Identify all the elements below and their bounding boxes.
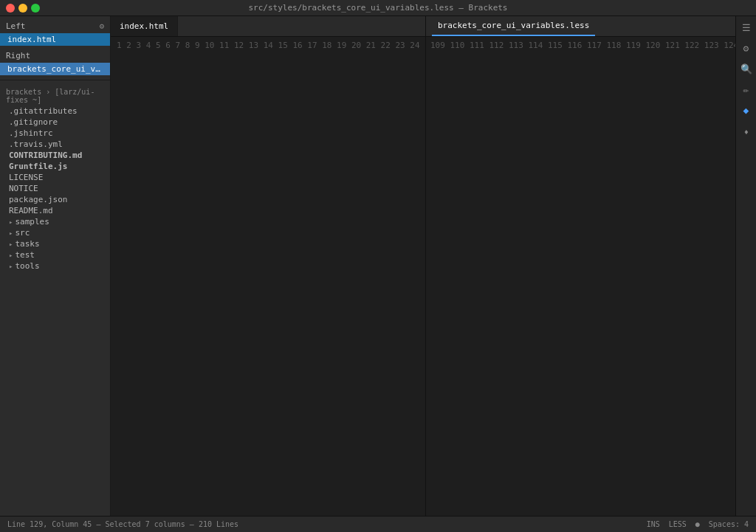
line-numbers: 1 2 3 4 5 6 7 8 9 10 11 12 13 14 15 16 1… bbox=[111, 37, 425, 516]
folder-list: ▸ samples▸ src▸ tasks▸ test▸ tools bbox=[0, 216, 110, 272]
header-icons: ⚙ bbox=[99, 21, 104, 31]
modified-dot: ● bbox=[695, 520, 700, 528]
menu-icon[interactable]: ☰ bbox=[738, 19, 755, 35]
css-line-numbers: 109 110 111 112 113 114 115 116 117 118 … bbox=[426, 37, 735, 516]
tab-index-html[interactable]: index.html bbox=[111, 16, 178, 36]
css-code-editor[interactable]: 109 110 111 112 113 114 115 116 117 118 … bbox=[426, 37, 735, 516]
right-panel: brackets_core_ui_variables.less 109 110 … bbox=[425, 16, 735, 516]
window-title: src/styles/brackets_core_ui_variables.le… bbox=[249, 3, 508, 13]
left-section-header: Left ⚙ bbox=[0, 19, 110, 33]
file-tree-section: brackets › [larz/ui-fixes ~] .gitattribu… bbox=[0, 82, 110, 274]
active-file-right[interactable]: brackets_core_ui_varia... bbox=[0, 63, 110, 75]
left-label: Left bbox=[6, 21, 26, 31]
settings-icon[interactable]: ⚙ bbox=[738, 40, 755, 56]
close-button[interactable] bbox=[6, 4, 15, 13]
code-editor[interactable]: 1 2 3 4 5 6 7 8 9 10 11 12 13 14 15 16 1… bbox=[111, 37, 425, 516]
file-type: LESS bbox=[669, 520, 687, 528]
file-tree-item[interactable]: .travis.yml bbox=[0, 139, 110, 150]
diamond-icon[interactable]: ◆ bbox=[738, 102, 755, 118]
right-section-header: Right bbox=[0, 49, 110, 63]
left-sidebar: Left ⚙ index.html Right brackets_core_ui… bbox=[0, 16, 111, 516]
file-tree-item[interactable]: NOTICE bbox=[0, 183, 110, 194]
file-tree-item[interactable]: README.md bbox=[0, 205, 110, 216]
file-tree-item[interactable]: package.json bbox=[0, 194, 110, 205]
minimize-button[interactable] bbox=[18, 4, 27, 13]
icon-sidebar: ☰⚙🔍✏◆⬧ bbox=[735, 16, 756, 516]
tab-brackets-core-variables[interactable]: brackets_core_ui_variables.less bbox=[432, 16, 595, 36]
folder-tree-item[interactable]: ▸ tasks bbox=[0, 238, 110, 249]
status-bar: Line 129, Column 45 — Selected 7 columns… bbox=[0, 516, 756, 532]
editor-area: index.html 1 2 3 4 5 6 7 8 9 10 11 12 13… bbox=[111, 16, 425, 516]
spaces-info: Spaces: 4 bbox=[709, 520, 749, 528]
file-tree-item[interactable]: LICENSE bbox=[0, 172, 110, 183]
file-tree-item[interactable]: CONTRIBUTING.md bbox=[0, 150, 110, 161]
titlebar: src/styles/brackets_core_ui_variables.le… bbox=[0, 0, 756, 16]
file-tree-item[interactable]: .gitattributes bbox=[0, 106, 110, 117]
editor-tab-bar: index.html bbox=[111, 16, 425, 37]
maximize-button[interactable] bbox=[31, 4, 40, 13]
insert-mode: INS bbox=[647, 520, 660, 528]
file-list: .gitattributes.gitignore.jshintrc.travis… bbox=[0, 106, 110, 216]
folder-tree-item[interactable]: ▸ src bbox=[0, 227, 110, 238]
search-icon[interactable]: 🔍 bbox=[738, 61, 755, 77]
project-root: brackets › [larz/ui-fixes ~] bbox=[0, 85, 110, 106]
active-file-left[interactable]: index.html bbox=[0, 33, 110, 46]
sidebar-divider bbox=[0, 80, 110, 80]
open-files-section: Left ⚙ index.html Right brackets_core_ui… bbox=[0, 16, 110, 78]
folder-tree-item[interactable]: ▸ test bbox=[0, 249, 110, 260]
status-right: INS LESS ● Spaces: 4 bbox=[647, 520, 749, 528]
extensions-icon[interactable]: ⬧ bbox=[738, 122, 755, 139]
right-label: Right bbox=[6, 51, 30, 61]
file-tree-item[interactable]: .jshintrc bbox=[0, 128, 110, 139]
folder-tree-item[interactable]: ▸ samples bbox=[0, 216, 110, 227]
cursor-position: Line 129, Column 45 — Selected 7 columns… bbox=[7, 520, 238, 528]
right-tab-bar: brackets_core_ui_variables.less bbox=[426, 16, 735, 37]
settings-icon[interactable]: ⚙ bbox=[99, 21, 104, 31]
window-controls[interactable] bbox=[6, 4, 40, 13]
file-tree-item[interactable]: .gitignore bbox=[0, 117, 110, 128]
edit-icon[interactable]: ✏ bbox=[738, 81, 755, 97]
file-tree-item[interactable]: Gruntfile.js bbox=[0, 161, 110, 172]
folder-tree-item[interactable]: ▸ tools bbox=[0, 260, 110, 272]
